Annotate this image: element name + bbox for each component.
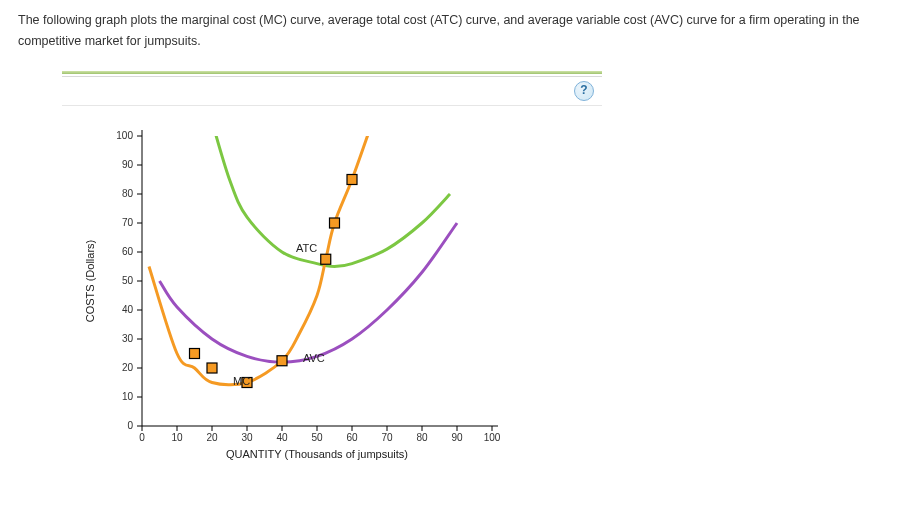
svg-text:50: 50 xyxy=(311,432,323,443)
cost-curves-plot[interactable]: 0102030405060708090100010203040506070809… xyxy=(62,106,602,506)
svg-rect-55 xyxy=(347,174,357,184)
svg-text:COSTS (Dollars): COSTS (Dollars) xyxy=(84,239,96,322)
svg-text:70: 70 xyxy=(381,432,393,443)
svg-text:80: 80 xyxy=(122,188,134,199)
svg-text:AVC: AVC xyxy=(303,352,325,364)
svg-text:60: 60 xyxy=(122,246,134,257)
svg-text:10: 10 xyxy=(122,391,134,402)
question-prompt: The following graph plots the marginal c… xyxy=(18,10,894,53)
svg-text:90: 90 xyxy=(122,159,134,170)
svg-text:0: 0 xyxy=(139,432,145,443)
graph-toolbar: ? xyxy=(62,76,602,106)
svg-text:0: 0 xyxy=(127,420,133,431)
svg-text:80: 80 xyxy=(416,432,428,443)
svg-text:90: 90 xyxy=(451,432,463,443)
svg-text:100: 100 xyxy=(484,432,501,443)
plot-svg: 0102030405060708090100010203040506070809… xyxy=(62,106,602,506)
svg-text:40: 40 xyxy=(122,304,134,315)
svg-text:30: 30 xyxy=(241,432,253,443)
svg-text:10: 10 xyxy=(171,432,183,443)
svg-text:50: 50 xyxy=(122,275,134,286)
section-rule xyxy=(62,71,602,74)
svg-text:20: 20 xyxy=(122,362,134,373)
svg-text:MC: MC xyxy=(233,375,250,387)
svg-rect-53 xyxy=(321,254,331,264)
svg-rect-54 xyxy=(330,218,340,228)
graph-block: ? 01020304050607080901000102030405060708… xyxy=(62,71,602,506)
svg-text:20: 20 xyxy=(206,432,218,443)
svg-rect-49 xyxy=(190,348,200,358)
svg-text:60: 60 xyxy=(346,432,358,443)
help-icon[interactable]: ? xyxy=(574,81,594,101)
svg-rect-52 xyxy=(277,355,287,365)
svg-rect-50 xyxy=(207,363,217,373)
svg-text:QUANTITY (Thousands of jumpsui: QUANTITY (Thousands of jumpsuits) xyxy=(226,448,408,460)
svg-text:70: 70 xyxy=(122,217,134,228)
svg-text:ATC: ATC xyxy=(296,242,317,254)
svg-text:100: 100 xyxy=(116,130,133,141)
svg-text:40: 40 xyxy=(276,432,288,443)
svg-text:30: 30 xyxy=(122,333,134,344)
